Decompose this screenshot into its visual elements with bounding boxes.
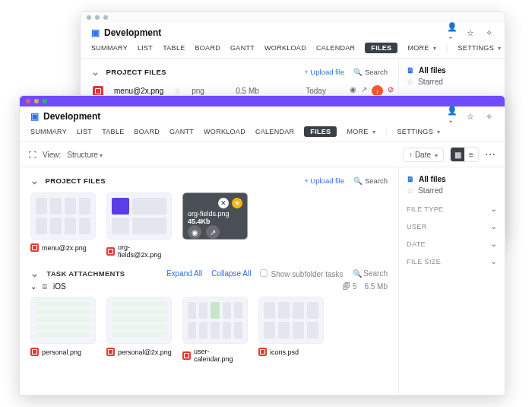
facet-user[interactable]: USER — [407, 221, 497, 231]
file-card[interactable]: org-fields@2x.png — [106, 192, 172, 259]
header-actions: 👤﹢ ☆ ✧ — [447, 111, 494, 122]
tab-settings[interactable]: SETTINGS — [458, 44, 502, 52]
tab-summary[interactable]: SUMMARY — [30, 128, 67, 135]
collapse-all-link[interactable]: Collapse All — [211, 269, 251, 278]
tab-board[interactable]: BOARD — [135, 128, 160, 135]
close-dot[interactable] — [26, 99, 30, 103]
section-task-attachments: TASK ATTACHMENTS Expand All Collapse All… — [30, 268, 388, 279]
file-card[interactable]: user-calendar.png — [182, 297, 248, 363]
facet-date[interactable]: DATE — [407, 239, 497, 249]
tab-more[interactable]: MORE — [347, 128, 375, 135]
file-name: menu@2x.png — [114, 87, 163, 95]
file-grid: menu@2x.png org-fields@2x.png ✕ ★ org-fi… — [30, 192, 388, 259]
more-menu-button[interactable] — [485, 148, 496, 161]
file-ext: png — [192, 87, 225, 95]
search-button[interactable]: 🔍 Search — [353, 176, 388, 185]
tab-board[interactable]: BOARD — [195, 44, 221, 52]
open-icon[interactable]: ↗ — [206, 225, 220, 239]
star-icon[interactable]: ☆ — [174, 87, 181, 95]
view-mode-select[interactable]: Structure — [67, 151, 103, 159]
search-button[interactable]: 🔍 Search — [353, 68, 388, 76]
sort-select[interactable]: ↑ Date — [403, 148, 444, 162]
expand-all-link[interactable]: Expand All — [166, 269, 202, 278]
image-file-icon — [258, 348, 267, 356]
show-subfolders-toggle[interactable]: Show subfolder tasks — [260, 269, 343, 278]
preview-icon[interactable]: ◉ — [188, 225, 201, 239]
tab-gantt[interactable]: GANTT — [230, 44, 255, 52]
file-card[interactable]: personal@2x.png — [106, 297, 172, 363]
file-icon: 🗎 — [407, 66, 414, 75]
tab-files[interactable]: FILES — [304, 126, 337, 137]
grid-view-button[interactable]: ▦ — [451, 148, 464, 161]
file-size: 0.5 Mb — [236, 87, 269, 95]
file-name: org-fields.png — [188, 210, 242, 218]
file-date: Today — [306, 87, 339, 95]
file-card[interactable]: icons.psd — [258, 297, 324, 363]
checkbox-icon — [260, 269, 268, 277]
group-size: 6.5 Mb — [364, 282, 388, 291]
file-card[interactable]: personal.png — [30, 297, 96, 363]
window-bar — [20, 96, 505, 107]
pin-icon[interactable]: ✧ — [483, 111, 494, 122]
chevron-down-icon: ⌄ — [30, 282, 36, 291]
group-ios[interactable]: ⌄ iOS 🗐 5 6.5 Mb — [30, 282, 388, 291]
upload-file-link[interactable]: + Upload file — [304, 68, 344, 76]
file-caption: menu@2x.png — [42, 244, 87, 252]
min-dot[interactable] — [34, 99, 39, 103]
search-button[interactable]: 🔍 Search — [353, 269, 388, 278]
tab-calendar[interactable]: CALENDAR — [255, 128, 294, 135]
add-user-icon[interactable]: 👤﹢ — [447, 111, 458, 122]
chevron-down-icon — [489, 239, 497, 249]
star-icon — [407, 186, 413, 195]
tab-workload[interactable]: WORKLOAD — [204, 128, 245, 135]
traffic-dot — [95, 15, 100, 20]
tab-calendar[interactable]: CALENDAR — [316, 44, 355, 52]
sidebar-all-files[interactable]: 🗎 All files — [407, 65, 497, 76]
sidebar-all-files[interactable]: 🗎 All files — [407, 173, 497, 185]
facet-file-type[interactable]: FILE TYPE — [407, 204, 497, 214]
tab-gantt[interactable]: GANTT — [169, 128, 194, 135]
file-card-selected[interactable]: ✕ ★ org-fields.png 45.4Kb ◉ ↗ — [182, 192, 248, 259]
task-icon — [41, 282, 49, 291]
tab-files[interactable]: FILES — [365, 43, 397, 53]
page-title: ▣ Development — [91, 27, 161, 38]
tab-more[interactable]: MORE — [407, 44, 436, 52]
section-project-files[interactable]: PROJECT FILES — [91, 66, 166, 78]
star-icon[interactable]: ★ — [232, 198, 242, 208]
folder-icon: ▣ — [30, 111, 39, 122]
close-icon[interactable]: ✕ — [218, 198, 229, 208]
tab-summary[interactable]: SUMMARY — [91, 44, 128, 52]
file-card[interactable]: menu@2x.png — [30, 192, 96, 259]
file-size: 45.4Kb — [188, 218, 242, 225]
chevron-down-icon — [489, 256, 497, 266]
page-title: ▣ Development — [30, 111, 100, 122]
view-toolbar: ⛶ View: Structure ↑ Date ▦ ≡ — [20, 142, 505, 167]
section-label: PROJECT FILES — [106, 68, 166, 76]
tab-bar: SUMMARY LIST TABLE BOARD GANTT WORKLOAD … — [20, 123, 505, 142]
sidebar-starred[interactable]: Starred — [407, 185, 497, 196]
list-view-button[interactable]: ≡ — [464, 148, 478, 161]
tab-workload[interactable]: WORKLOAD — [264, 44, 306, 52]
tab-settings[interactable]: SETTINGS — [397, 128, 441, 135]
facet-file-size[interactable]: FILE SIZE — [407, 256, 497, 266]
max-dot[interactable] — [43, 99, 47, 103]
star-icon[interactable]: ☆ — [465, 111, 476, 122]
tab-table[interactable]: TABLE — [163, 44, 185, 52]
pin-icon[interactable]: ✧ — [483, 27, 494, 38]
chevron-down-icon — [489, 221, 497, 231]
section-toggle[interactable]: TASK ATTACHMENTS — [30, 268, 125, 279]
tab-table[interactable]: TABLE — [102, 128, 124, 135]
add-user-icon[interactable]: 👤﹢ — [447, 27, 458, 38]
tab-list[interactable]: LIST — [138, 44, 153, 52]
image-file-icon — [106, 247, 115, 256]
file-overlay: ✕ ★ org-fields.png 45.4Kb ◉ ↗ — [183, 193, 247, 239]
tab-list[interactable]: LIST — [77, 128, 92, 135]
section-project-files[interactable]: PROJECT FILES — [30, 175, 106, 186]
title-text: Development — [43, 111, 100, 122]
tab-bar: SUMMARY LIST TABLE BOARD GANTT WORKLOAD … — [81, 40, 505, 59]
upload-file-link[interactable]: + Upload file — [304, 176, 344, 185]
expand-form-icon[interactable]: ⛶ — [29, 151, 36, 159]
sidebar-starred[interactable]: Starred — [407, 76, 497, 87]
main-panel: PROJECT FILES + Upload file 🔍 Search men… — [20, 167, 398, 395]
star-icon[interactable]: ☆ — [465, 27, 476, 38]
